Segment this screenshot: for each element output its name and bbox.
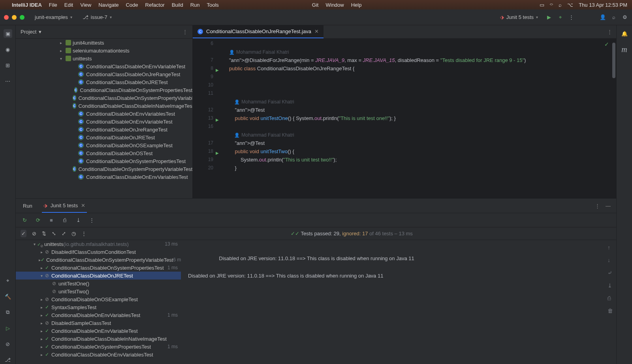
structure-tool-icon[interactable]: ⊞ — [4, 61, 12, 69]
sort-icon[interactable]: ⇅ — [42, 231, 46, 236]
menu-tools[interactable]: Tools — [207, 2, 218, 8]
exit-icon[interactable]: ⤓ — [74, 216, 82, 224]
project-tree[interactable]: ▸junit4unittests▸seleniumautomationtests… — [16, 39, 193, 181]
test-tree[interactable]: ▾unittests (io.github.mfaisalkhatri.test… — [16, 240, 181, 364]
rerun-failed-icon[interactable]: ⟳ — [34, 216, 42, 224]
project-tool-icon[interactable]: ▣ — [4, 29, 12, 38]
test-tree-row[interactable]: ▸⊘DisabledSampleClassTest — [16, 319, 181, 327]
test-tree-row[interactable]: ▸✓ConditionalClassDisableOnSystemPropert… — [16, 264, 181, 272]
more-icon[interactable]: ⋮ — [182, 29, 188, 35]
test-tree-row[interactable]: ▸⊘ConditionalDisableOnOSExampleTest — [16, 295, 181, 303]
tree-item[interactable]: CConditionalDisableOnSystemPropertyVaria… — [16, 165, 192, 173]
test-tree-row[interactable]: ▸✓ConditionalDisableOnSystemPropertiesTe… — [16, 343, 181, 351]
show-ignored-toggle[interactable]: ⊘ — [32, 231, 36, 236]
chevron-down-icon[interactable]: ▾ — [39, 29, 41, 35]
maven-icon[interactable]: m — [620, 45, 629, 54]
close-tab-icon[interactable]: ✕ — [314, 28, 319, 34]
tree-item[interactable]: CConditionalDisableOnOSExampleTest — [16, 141, 192, 149]
notifications-icon[interactable]: 🔔 — [620, 29, 629, 38]
tree-item[interactable]: CConditionalClassDisableOnSystemProperty… — [16, 94, 192, 102]
editor-gutter[interactable]: 678▶910111213▶161718▶1920 — [193, 39, 217, 198]
menu-navigate[interactable]: Navigate — [98, 2, 118, 8]
test-tree-row[interactable]: ⊘unitTestOne() — [16, 280, 181, 287]
tree-item[interactable]: CConditionalClassDisableOnEnvVariableTes… — [16, 62, 192, 70]
test-tree-row[interactable]: ▸✓ConditionalClassDisableOnSystemPropert… — [16, 256, 181, 264]
history-icon[interactable]: ◷ — [71, 231, 76, 236]
editor-tab[interactable]: C ConditionalClassDisableOnJreRangeTest.… — [193, 25, 324, 38]
tree-item[interactable]: CConditionalClassDisableOnEnvVariablesTe… — [16, 173, 192, 181]
menu-refactor[interactable]: Refactor — [145, 2, 165, 8]
scroll-up-icon[interactable]: ↑ — [608, 243, 613, 252]
scroll-to-end-icon[interactable]: ⤓ — [608, 281, 613, 290]
control-center-icon[interactable]: ⌥ — [567, 2, 573, 8]
print-icon[interactable]: ⎙ — [608, 294, 613, 302]
branch-dropdown[interactable]: ⎇ issue-7 ▾ — [79, 13, 115, 22]
panel-minimize-icon[interactable]: — — [606, 203, 611, 209]
editor-code[interactable]: 👤Mohammad Faisal Khatri"ann">@DisabledFo… — [217, 39, 616, 198]
more-icon[interactable]: ⋮ — [88, 216, 96, 224]
menu-build[interactable]: Build — [172, 2, 183, 8]
dump-icon[interactable]: ⎙ — [61, 216, 69, 224]
menu-code[interactable]: Code — [126, 2, 138, 8]
menu-view[interactable]: View — [80, 2, 91, 8]
menu-edit[interactable]: Edit — [64, 2, 73, 8]
show-passed-toggle[interactable]: ✓ — [21, 230, 26, 237]
code-with-me-icon[interactable]: 👤 — [600, 14, 606, 21]
tree-item[interactable]: CConditionalDisableOnOSTest — [16, 149, 192, 157]
wifi-icon[interactable]: ⌔ — [550, 2, 553, 8]
tree-item[interactable]: CConditionalClassDisableOnJRETest — [16, 78, 192, 86]
scroll-down-icon[interactable]: ↓ — [608, 256, 613, 265]
test-tree-row[interactable]: ▸✓ConditionalDisableOnEnvVariablesTest1 … — [16, 311, 181, 319]
soft-wrap-icon[interactable]: ⤶ — [608, 268, 613, 277]
tree-item[interactable]: CConditionalDisableOnEnvVariableTest — [16, 118, 192, 126]
clear-icon[interactable]: 🗑 — [608, 306, 613, 315]
settings-icon[interactable]: ⚙ — [622, 14, 628, 21]
menu-window[interactable]: Window — [325, 2, 344, 8]
collapse-icon[interactable]: ⤢ — [62, 231, 66, 236]
stop-icon[interactable]: ■ — [47, 216, 55, 224]
debug-button[interactable]: ⌖ — [557, 14, 563, 21]
tree-item[interactable]: ▸junit4unittests — [16, 39, 192, 47]
test-tree-row[interactable]: ▾⊘ConditionalClassDisableOnJRETest — [16, 272, 181, 280]
tree-item[interactable]: CConditionalDisableClassDisableInNativeI… — [16, 102, 192, 110]
run-tab-run[interactable]: Run — [21, 199, 34, 213]
menu-run[interactable]: Run — [190, 2, 200, 8]
window-minimize-button[interactable] — [12, 15, 17, 20]
tree-item[interactable]: ▸seleniumautomationtests — [16, 47, 192, 54]
more-icon[interactable]: ⋮ — [81, 231, 87, 236]
window-zoom-button[interactable] — [20, 15, 24, 20]
editor-scrollbar[interactable] — [611, 39, 616, 198]
run-icon[interactable]: ▷ — [4, 324, 12, 332]
tree-item[interactable]: ▾unittests — [16, 54, 192, 62]
test-tree-row[interactable]: ▸⊘DisabledIfClassCustomConditionTest — [16, 248, 181, 256]
terminal-icon[interactable]: ⧉ — [4, 308, 12, 317]
tree-item[interactable]: CConditionalClassDisableOnSystemProperti… — [16, 86, 192, 94]
window-close-button[interactable] — [4, 15, 9, 20]
panel-options-icon[interactable]: ⋮ — [595, 203, 600, 209]
test-tree-row[interactable]: ▾unittests (io.github.mfaisalkhatri.test… — [16, 240, 181, 248]
menu-file[interactable]: File — [49, 2, 57, 8]
test-tree-row[interactable]: ⊘unitTestTwo() — [16, 287, 181, 295]
more-actions-button[interactable]: ⋮ — [568, 14, 574, 21]
clock[interactable]: Thu 13 Apr 12:53 PM — [579, 2, 627, 8]
close-icon[interactable]: ✕ — [81, 203, 85, 208]
editor-tabs-more[interactable]: ⋮ — [603, 29, 616, 35]
run-tab-config[interactable]: ⬗ Junit 5 tests ✕ — [42, 199, 87, 213]
test-tree-row[interactable]: ▸✓ConditionalDisableOnEnvVariableTest — [16, 327, 181, 335]
menu-help[interactable]: Help — [351, 2, 362, 8]
test-console[interactable]: Disabled on JRE version: 11.0.18 ==> Thi… — [181, 240, 616, 364]
expand-icon[interactable]: ⤡ — [52, 231, 56, 236]
tree-item[interactable]: CConditionalDisableOnEnvVariablesTest — [16, 110, 192, 118]
app-name[interactable]: IntelliJ IDEA — [12, 2, 42, 8]
commit-tool-icon[interactable]: ◉ — [4, 45, 12, 54]
tree-item[interactable]: CConditionalDisableOnJreRangeTest — [16, 126, 192, 133]
test-tree-row[interactable]: ▸✓SyntaxSamplesTest — [16, 303, 181, 311]
bookmarks-icon[interactable]: ⌖ — [4, 276, 12, 285]
project-dropdown[interactable]: junit-examples ▾ — [32, 13, 75, 22]
tree-item[interactable]: CConditionalDisableOnSystemPropertiesTes… — [16, 157, 192, 165]
git-icon[interactable]: ⎇ — [4, 355, 12, 364]
test-tree-row[interactable]: ▸✓ConditionalDisableClassDisableInNative… — [16, 335, 181, 343]
tree-item[interactable]: CConditionalDisableOnJRETest — [16, 133, 192, 141]
test-tree-row[interactable]: ▸✓ConditionalClassDisableOnEnvVariablesT… — [16, 351, 181, 358]
inspection-status-icon[interactable]: ✓ — [604, 41, 609, 47]
